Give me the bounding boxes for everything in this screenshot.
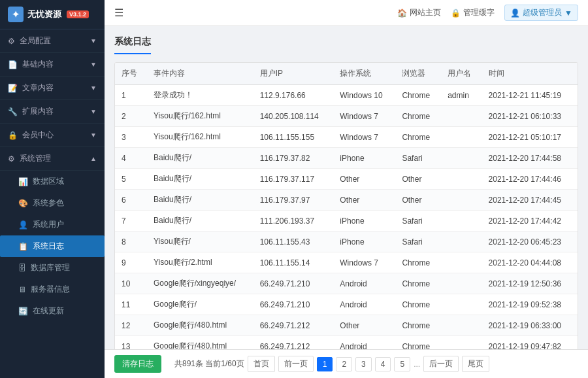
prev-page-button[interactable]: 前一页 — [278, 356, 314, 372]
page-5-button[interactable]: 5 — [394, 357, 410, 371]
cell-ip: 106.11.155.155 — [253, 127, 334, 148]
cell-ip: 116.179.37.82 — [253, 148, 334, 169]
sidebar-item-full-config[interactable]: ⚙全局配置 ▼ — [0, 29, 105, 53]
sidebar-sub-online-update[interactable]: 🔄 在线更新 — [0, 300, 105, 322]
cell-id: 6 — [115, 190, 147, 211]
arrow-icon: ▲ — [90, 155, 97, 162]
cell-event: Yisou爬行/162.html — [147, 106, 253, 127]
topbar: ☰ 🏠 网站主页 🔒 管理缓字 👤 超级管理员 ▼ — [105, 0, 588, 26]
cell-ip: 66.249.71.212 — [253, 336, 334, 350]
cell-user — [441, 273, 482, 294]
first-page-button[interactable]: 首页 — [248, 356, 275, 372]
table-row: 12 Google爬行/480.html 66.249.71.212 Other… — [115, 315, 578, 336]
table-row: 7 Baidu爬行/ 111.206.193.37 iPhone Safari … — [115, 211, 578, 232]
home-link[interactable]: 🏠 网站主页 — [397, 7, 441, 18]
sidebar-sub-sys-params[interactable]: 🎨 系统参色 — [0, 192, 105, 214]
cell-user — [441, 106, 482, 127]
cell-time: 2021-12-20 17:44:46 — [482, 169, 578, 190]
col-browser: 浏览器 — [395, 63, 441, 85]
sidebar-item-member-center[interactable]: 🔒会员中心 ▼ — [0, 124, 105, 147]
bottom-bar: 清存日志 共891条 当前1/60页 首页 前一页 1 2 3 4 5 ... … — [105, 349, 588, 378]
cell-os: Other — [333, 169, 395, 190]
table-header-row: 序号 事件内容 用户IP 操作系统 浏览器 用户名 时间 — [115, 63, 578, 85]
cell-time: 2021-12-20 17:44:45 — [482, 190, 578, 211]
cell-time: 2021-12-20 04:44:08 — [482, 252, 578, 273]
page-4-button[interactable]: 4 — [375, 357, 391, 371]
cell-browser: Other — [395, 190, 441, 211]
cell-os: Other — [333, 190, 395, 211]
cell-id: 3 — [115, 127, 147, 148]
cell-event: Yisou爬行/162.html — [147, 127, 253, 148]
cell-id: 1 — [115, 85, 147, 106]
cell-user — [441, 169, 482, 190]
cell-ip: 112.9.176.66 — [253, 85, 334, 106]
cell-event: Google爬行/480.html — [147, 315, 253, 336]
db-icon: 🗄 — [18, 264, 26, 273]
sidebar-sub-sys-log[interactable]: 📋 系统日志 — [0, 235, 105, 257]
cell-os: Android — [333, 336, 395, 350]
page-3-button[interactable]: 3 — [355, 357, 372, 371]
table-row: 9 Yisou爬行/2.html 106.11.155.14 Windows 7… — [115, 252, 578, 273]
col-id: 序号 — [115, 63, 147, 85]
cell-os: iPhone — [333, 211, 395, 232]
file-icon: 📝 — [8, 84, 18, 93]
cell-os: Android — [333, 294, 395, 315]
cell-id: 10 — [115, 273, 147, 294]
sidebar-sub-data-region[interactable]: 📊 数据区域 — [0, 171, 105, 192]
cell-event: Google爬行/ — [147, 294, 253, 315]
clear-log-button[interactable]: 清存日志 — [114, 355, 161, 373]
cell-browser: Safari — [395, 211, 441, 232]
cell-user — [441, 232, 482, 252]
user-icon: 👤 — [18, 220, 28, 230]
cell-id: 8 — [115, 232, 147, 252]
cell-browser: Chrome — [395, 336, 441, 350]
main-area: ☰ 🏠 网站主页 🔒 管理缓字 👤 超级管理员 ▼ 系统日志 — [105, 0, 588, 378]
sidebar-item-sys-manage[interactable]: ⚙系统管理 ▲ — [0, 147, 105, 171]
update-icon: 🔄 — [18, 307, 28, 316]
cell-event: Baidu爬行/ — [147, 169, 253, 190]
sidebar-item-file-content[interactable]: 📝文章内容 ▼ — [0, 77, 105, 100]
cell-id: 4 — [115, 148, 147, 169]
sidebar-sub-server-info[interactable]: 🖥 服务器信息 — [0, 279, 105, 300]
cell-ip: 111.206.193.37 — [253, 211, 334, 232]
page-1-button[interactable]: 1 — [317, 357, 333, 371]
cell-event: Google爬行/480.html — [147, 336, 253, 350]
cell-id: 9 — [115, 252, 147, 273]
user-dropdown[interactable]: 👤 超级管理员 ▼ — [504, 5, 578, 21]
table-row: 10 Google爬行/xingyeqiye/ 66.249.71.210 An… — [115, 273, 578, 294]
cell-os: Other — [333, 315, 395, 336]
last-page-button[interactable]: 尾页 — [462, 356, 489, 372]
arrow-icon: ▼ — [90, 37, 97, 44]
cell-ip: 116.179.37.117 — [253, 169, 334, 190]
sidebar-item-basic-content[interactable]: 📄基础内容 ▼ — [0, 53, 105, 77]
arrow-icon: ▼ — [90, 131, 97, 139]
cell-event: Yisou爬行/2.html — [147, 252, 253, 273]
manager-link[interactable]: 🔒 管理缓字 — [451, 7, 495, 18]
table-row: 4 Baidu爬行/ 116.179.37.82 iPhone Safari 2… — [115, 148, 578, 169]
cell-browser: Other — [395, 169, 441, 190]
sidebar-sub-sys-user[interactable]: 👤 系统用户 — [0, 214, 105, 235]
sidebar-item-ext-content[interactable]: 🔧扩展内容 ▼ — [0, 100, 105, 124]
version-badge: V3.1.2 — [67, 10, 89, 18]
table-row: 1 登录成功！ 112.9.176.66 Windows 10 Chrome a… — [115, 85, 578, 106]
log-table: 序号 事件内容 用户IP 操作系统 浏览器 用户名 时间 1 登录成功！ 112… — [115, 63, 578, 349]
cell-id: 2 — [115, 106, 147, 127]
table-body: 1 登录成功！ 112.9.176.66 Windows 10 Chrome a… — [115, 85, 578, 350]
cell-os: Windows 7 — [333, 252, 395, 273]
cell-user — [441, 190, 482, 211]
table-row: 5 Baidu爬行/ 116.179.37.117 Other Other 20… — [115, 169, 578, 190]
sys-icon: ⚙ — [8, 154, 15, 163]
col-time: 时间 — [482, 63, 578, 85]
page-2-button[interactable]: 2 — [336, 357, 352, 371]
doc-icon: 📄 — [8, 60, 18, 69]
sidebar-sub-db-manage[interactable]: 🗄 数据库管理 — [0, 257, 105, 279]
cell-ip: 66.249.71.210 — [253, 294, 334, 315]
app-logo: ✦ 无忧资源 V3.1.2 — [0, 0, 105, 29]
user-icon: 👤 — [510, 9, 520, 18]
cell-time: 2021-12-19 09:52:38 — [482, 294, 578, 315]
next-page-button[interactable]: 后一页 — [423, 356, 459, 372]
home-icon: 🏠 — [397, 9, 407, 18]
hamburger-icon[interactable]: ☰ — [114, 7, 123, 19]
data-region-icon: 📊 — [18, 177, 28, 186]
cell-event: 登录成功！ — [147, 85, 253, 106]
